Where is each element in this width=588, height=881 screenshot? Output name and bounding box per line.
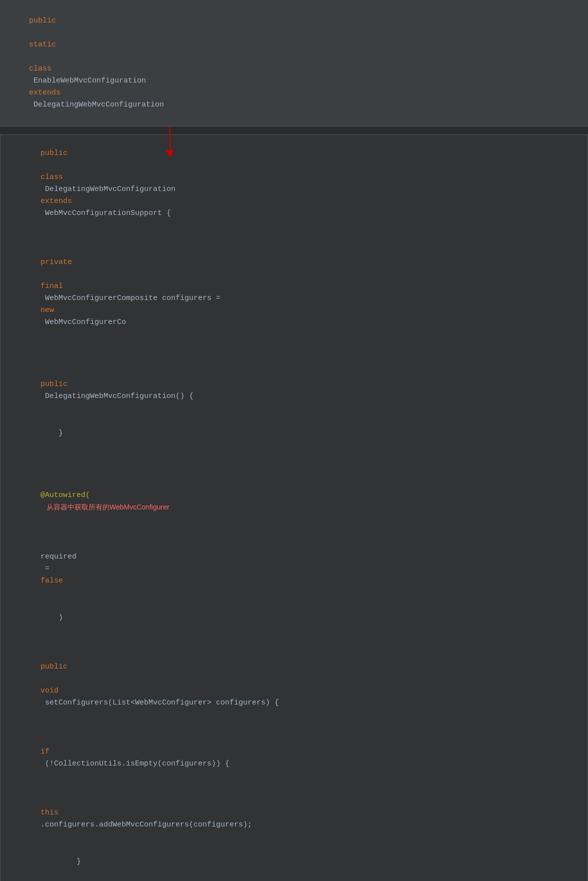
top-bar: public static class EnableWebMvcConfigur… — [0, 0, 588, 126]
code-line: @Autowired( 从容器中获取所有的WebMvcConfigurer — [0, 465, 588, 526]
code-line — [0, 452, 588, 465]
code-line: ) — [0, 600, 588, 636]
code-line: } — [0, 415, 588, 452]
code-line: } — [0, 844, 588, 880]
code-line: public DelegatingWebMvcConfiguration() { — [0, 354, 588, 415]
code-line: public void setConfigurers(List<WebMvcCo… — [0, 636, 588, 722]
keyword-extends: extends — [29, 88, 60, 97]
code-line: this .configurers.addWebMvcConfigurers(c… — [0, 782, 588, 844]
cn-autowired-label: 从容器中获取所有的WebMvcConfigurer — [46, 503, 170, 511]
code-line: required = false — [0, 526, 588, 600]
page-container: public static class EnableWebMvcConfigur… — [0, 0, 588, 881]
keyword-public: public — [29, 16, 56, 25]
code-line: public class DelegatingWebMvcConfigurati… — [0, 135, 588, 232]
code-line: private final WebMvcConfigurerComposite … — [0, 232, 588, 341]
code-line: if (!CollectionUtils.isEmpty(configurers… — [0, 722, 588, 782]
gap-1 — [0, 126, 588, 134]
keyword-class: class — [29, 64, 52, 73]
block1: public class DelegatingWebMvcConfigurati… — [0, 134, 588, 881]
code-line — [0, 341, 588, 354]
keyword-static: static — [29, 40, 56, 49]
top-bar-code: public static class EnableWebMvcConfigur… — [2, 4, 164, 122]
